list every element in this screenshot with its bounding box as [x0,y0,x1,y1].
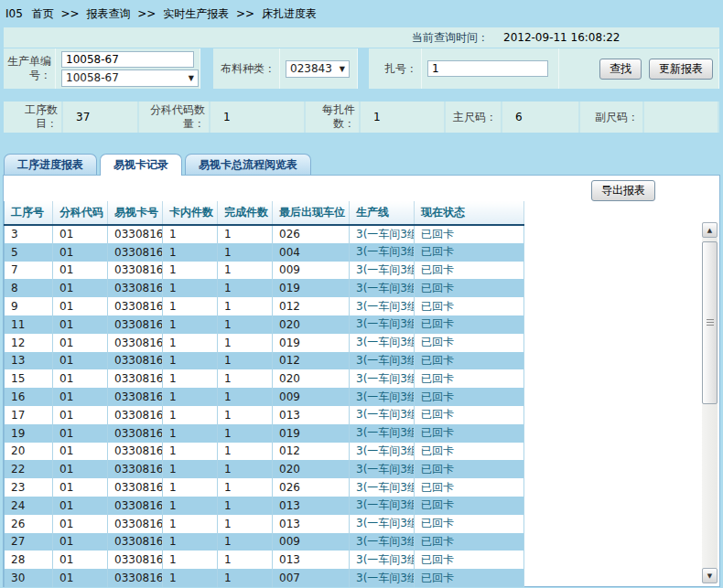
bundle-no-cell [422,48,559,89]
table-cell: 1 [163,388,218,406]
table-cell: 007 [273,569,350,587]
table-cell: 23 [5,478,53,497]
fabric-type-label: 布料种类： [213,48,280,89]
table-row: 50103308166110043(一车间3组)已回卡 [5,243,524,262]
pieces-per-bundle-value: 1 [361,102,446,133]
column-header: 完成件数 [218,201,273,225]
search-button[interactable]: 查找 [599,59,642,80]
table-cell: 1 [218,569,273,587]
export-report-button[interactable]: 导出报表 [591,180,655,201]
bundle-no-input[interactable] [427,60,548,77]
table-cell: 1 [218,497,273,515]
column-header: 分科代码 [53,201,108,225]
fabric-type-select[interactable]: 023843 ▼ [286,60,350,78]
table-cell: 1 [218,406,273,424]
table-cell: 3(一车间3组) [350,297,415,315]
table-cell: 22 [5,460,53,478]
scroll-down-button[interactable]: ▼ [702,568,718,583]
breadcrumb-current-page: 床扎进度表 [262,7,317,20]
table-cell: 已回卡 [415,225,524,243]
breadcrumb-separator: >> [137,7,156,20]
vertical-scrollbar[interactable]: ▲ ▼ [702,222,718,583]
table-cell: 03308166 [108,262,163,280]
table-cell: 03308166 [108,334,163,352]
table-cell: 012 [273,443,350,461]
table-cell: 3(一车间3组) [350,569,415,587]
table-cell: 1 [218,533,273,551]
scrollbar-thumb[interactable] [702,241,718,404]
table-cell: 3(一车间3组) [350,443,415,461]
table-cell: 01 [53,569,108,587]
table-row: 300103308166110073(一车间3组)已回卡 [5,569,524,587]
table-cell: 1 [163,406,218,424]
table-cell: 已回卡 [415,460,524,478]
table-row: 150103308166110203(一车间3组)已回卡 [5,369,524,388]
table-cell: 004 [273,243,350,262]
query-time-banner: 当前查询时间： 2012-09-11 16:08:22 [4,27,719,48]
table-cell: 已回卡 [415,515,524,533]
fabric-type-select-value: 023843 [290,62,332,75]
query-time-value: 2012-09-11 16:08:22 [503,31,620,44]
scroll-up-button[interactable]: ▲ [702,222,718,238]
tab-easy-card-record[interactable]: 易视卡记录 [100,154,182,176]
table-cell: 11 [5,315,53,334]
table-cell: 020 [273,460,350,478]
table-row: 90103308166110123(一车间3组)已回卡 [5,297,524,315]
table-cell: 已回卡 [415,533,524,551]
table-cell: 03308166 [108,533,163,551]
table-cell: 8 [5,279,53,297]
table-cell: 01 [53,225,108,243]
table-cell: 01 [53,243,108,262]
table-cell: 3(一车间3组) [350,497,415,515]
table-cell: 01 [53,515,108,533]
table-cell: 15 [5,369,53,388]
tab-process-progress[interactable]: 工序进度报表 [4,154,97,175]
table-cell: 01 [53,551,108,569]
table-cell: 1 [218,315,273,334]
table-cell: 1 [218,424,273,443]
table-cell: 3(一车间3组) [350,334,415,352]
table-cell: 已回卡 [415,262,524,280]
table-cell: 30 [5,569,53,587]
column-header: 工序号 [5,201,53,225]
table-cell: 03308166 [108,315,163,334]
table-cell: 3(一车间3组) [350,424,415,443]
tab-easy-card-overview[interactable]: 易视卡总流程阅览表 [185,154,311,175]
table-cell: 012 [273,297,350,315]
scroll-down-icon: ▼ [707,572,712,580]
table-cell: 3(一车间3组) [350,388,415,406]
table-row: 160103308166110093(一车间3组)已回卡 [5,388,524,406]
table-cell: 03308166 [108,569,163,587]
table-cell: 1 [218,388,273,406]
production-order-select[interactable]: 10058-67 ▼ [61,69,199,87]
update-report-button[interactable]: 更新报表 [649,59,713,80]
table-cell: 1 [218,225,273,243]
table-row: 70103308166110093(一车间3组)已回卡 [5,262,524,280]
table-cell: 1 [218,515,273,533]
table-row: 270103308166110093(一车间3组)已回卡 [5,533,524,551]
table-cell: 3(一车间3组) [350,369,415,388]
chevron-down-icon: ▼ [340,65,345,73]
breadcrumb-home[interactable]: 首页 [32,7,54,20]
table-cell: 01 [53,424,108,443]
table-cell: 1 [163,569,218,587]
breadcrumb-report-query[interactable]: 报表查询 [86,7,130,20]
process-count-label: 工序数目： [4,102,63,133]
table-cell: 已回卡 [415,279,524,297]
table-cell: 013 [273,515,350,533]
scrollbar-track[interactable] [702,238,718,568]
production-order-input[interactable] [61,51,194,68]
table-cell: 20 [5,443,53,461]
table-cell: 01 [53,388,108,406]
table-cell: 1 [163,279,218,297]
scrollbar-grip-icon [707,319,714,326]
stats-row: 工序数目： 37 分科代码数量： 1 每扎件数： 1 主尺码： 6 副尺码： [4,102,719,133]
table-cell: 27 [5,533,53,551]
table-cell: 已回卡 [415,569,524,587]
breadcrumb-realtime-report[interactable]: 实时生产报表 [163,7,229,20]
query-time-label: 当前查询时间： [412,30,489,46]
table-cell: 03308166 [108,297,163,315]
section-code-count-value: 1 [210,102,306,133]
table-cell: 3(一车间3组) [350,460,415,478]
table-cell: 24 [5,497,53,515]
